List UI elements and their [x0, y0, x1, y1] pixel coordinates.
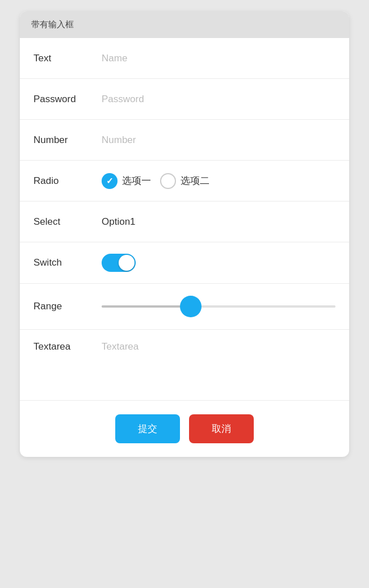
- form-card: 带有输入框 Text Password Number Radio: [20, 11, 349, 457]
- range-row: Range: [20, 284, 349, 330]
- switch-label: Switch: [33, 257, 102, 268]
- number-row: Number: [20, 120, 349, 161]
- select-value[interactable]: Option1: [102, 216, 336, 228]
- text-input[interactable]: [102, 53, 336, 64]
- radio-group: 选项一 选项二: [102, 173, 336, 189]
- select-row: Select Option1: [20, 201, 349, 242]
- text-control: [102, 53, 336, 64]
- password-input[interactable]: [102, 94, 336, 105]
- password-label: Password: [33, 94, 102, 105]
- radio-circle-2-unchecked: [160, 173, 176, 189]
- button-row: 提交 取消: [20, 401, 349, 457]
- page-wrapper: 带有输入框 Text Password Number Radio: [0, 0, 369, 588]
- switch-thumb: [119, 255, 135, 271]
- text-row: Text: [20, 38, 349, 79]
- radio-option-1-label: 选项一: [122, 174, 151, 187]
- range-label: Range: [33, 301, 102, 312]
- range-fill: [102, 305, 191, 308]
- textarea-label: Textarea: [33, 341, 102, 352]
- password-row: Password: [20, 79, 349, 120]
- select-label: Select: [33, 216, 102, 228]
- number-label: Number: [33, 135, 102, 146]
- switch-toggle[interactable]: [102, 254, 136, 272]
- switch-control: [102, 254, 336, 272]
- radio-option-2-label: 选项二: [181, 174, 209, 187]
- switch-row: Switch: [20, 242, 349, 284]
- card-header: 带有输入框: [20, 11, 349, 38]
- range-control: [102, 295, 336, 318]
- range-thumb[interactable]: [180, 296, 202, 317]
- text-label: Text: [33, 53, 102, 64]
- radio-label: Radio: [33, 175, 102, 187]
- radio-row: Radio 选项一 选项二: [20, 161, 349, 201]
- radio-control: 选项一 选项二: [102, 173, 336, 189]
- range-container: [102, 295, 336, 318]
- radio-option-1[interactable]: 选项一: [102, 173, 151, 189]
- number-control: [102, 135, 336, 146]
- range-track: [102, 305, 336, 308]
- textarea-row: Textarea: [20, 330, 349, 401]
- radio-circle-1-checked: [102, 173, 118, 189]
- password-control: [102, 94, 336, 105]
- textarea-input[interactable]: [102, 341, 336, 387]
- select-control: Option1: [102, 216, 336, 228]
- number-input[interactable]: [102, 135, 336, 146]
- textarea-control: [102, 341, 336, 389]
- radio-option-2[interactable]: 选项二: [160, 173, 209, 189]
- cancel-button[interactable]: 取消: [189, 414, 254, 443]
- card-title: 带有输入框: [31, 19, 74, 29]
- submit-button[interactable]: 提交: [115, 414, 180, 443]
